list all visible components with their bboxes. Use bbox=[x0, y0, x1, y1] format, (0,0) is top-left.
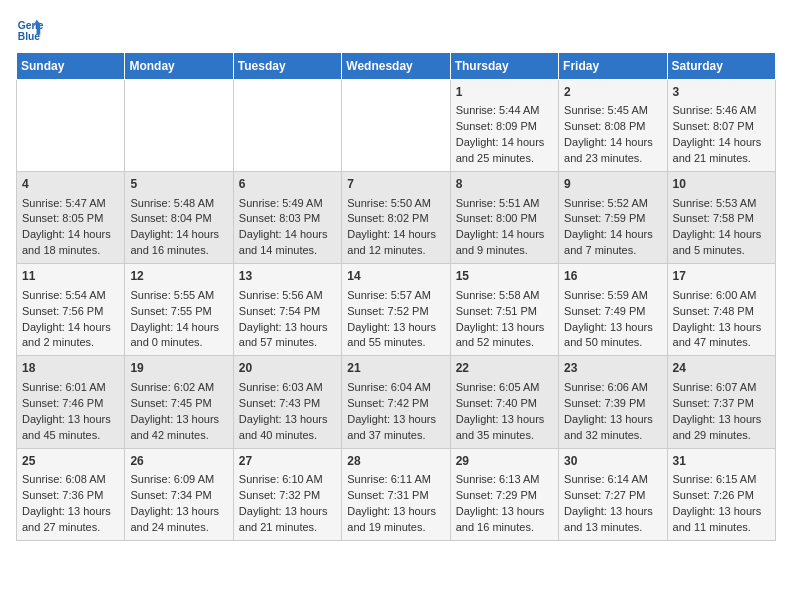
day-info: and 23 minutes. bbox=[564, 151, 661, 167]
day-number: 1 bbox=[456, 84, 553, 101]
day-info: and 19 minutes. bbox=[347, 520, 444, 536]
day-info: Daylight: 14 hours bbox=[239, 227, 336, 243]
calendar-cell: 4Sunrise: 5:47 AMSunset: 8:05 PMDaylight… bbox=[17, 172, 125, 264]
day-info: Daylight: 13 hours bbox=[22, 412, 119, 428]
day-info: and 12 minutes. bbox=[347, 243, 444, 259]
day-info: and 2 minutes. bbox=[22, 335, 119, 351]
calendar-cell: 26Sunrise: 6:09 AMSunset: 7:34 PMDayligh… bbox=[125, 448, 233, 540]
day-info: and 50 minutes. bbox=[564, 335, 661, 351]
day-info: Sunset: 8:00 PM bbox=[456, 211, 553, 227]
calendar-week-row: 4Sunrise: 5:47 AMSunset: 8:05 PMDaylight… bbox=[17, 172, 776, 264]
day-info: and 29 minutes. bbox=[673, 428, 770, 444]
day-info: Daylight: 13 hours bbox=[456, 320, 553, 336]
column-header-friday: Friday bbox=[559, 53, 667, 80]
day-number: 9 bbox=[564, 176, 661, 193]
day-info: Daylight: 13 hours bbox=[239, 504, 336, 520]
day-info: and 9 minutes. bbox=[456, 243, 553, 259]
day-info: Sunrise: 6:01 AM bbox=[22, 380, 119, 396]
day-info: Daylight: 14 hours bbox=[456, 135, 553, 151]
day-info: and 55 minutes. bbox=[347, 335, 444, 351]
day-info: Sunrise: 5:56 AM bbox=[239, 288, 336, 304]
day-info: Sunrise: 5:57 AM bbox=[347, 288, 444, 304]
day-info: Sunrise: 5:44 AM bbox=[456, 103, 553, 119]
day-info: Sunset: 7:48 PM bbox=[673, 304, 770, 320]
day-info: Daylight: 13 hours bbox=[130, 504, 227, 520]
calendar-cell: 5Sunrise: 5:48 AMSunset: 8:04 PMDaylight… bbox=[125, 172, 233, 264]
day-info: Sunset: 7:46 PM bbox=[22, 396, 119, 412]
day-number: 22 bbox=[456, 360, 553, 377]
day-info: Sunset: 7:54 PM bbox=[239, 304, 336, 320]
day-info: Daylight: 13 hours bbox=[22, 504, 119, 520]
day-info: Sunrise: 6:15 AM bbox=[673, 472, 770, 488]
calendar-cell: 6Sunrise: 5:49 AMSunset: 8:03 PMDaylight… bbox=[233, 172, 341, 264]
day-info: Sunset: 7:36 PM bbox=[22, 488, 119, 504]
day-info: Daylight: 13 hours bbox=[239, 412, 336, 428]
day-info: and 21 minutes. bbox=[239, 520, 336, 536]
calendar-cell: 31Sunrise: 6:15 AMSunset: 7:26 PMDayligh… bbox=[667, 448, 775, 540]
day-info: and 47 minutes. bbox=[673, 335, 770, 351]
calendar-cell: 23Sunrise: 6:06 AMSunset: 7:39 PMDayligh… bbox=[559, 356, 667, 448]
column-header-sunday: Sunday bbox=[17, 53, 125, 80]
day-info: and 7 minutes. bbox=[564, 243, 661, 259]
day-info: Sunset: 7:42 PM bbox=[347, 396, 444, 412]
day-info: and 24 minutes. bbox=[130, 520, 227, 536]
day-number: 21 bbox=[347, 360, 444, 377]
day-info: Sunrise: 5:55 AM bbox=[130, 288, 227, 304]
day-info: Daylight: 14 hours bbox=[673, 135, 770, 151]
day-number: 20 bbox=[239, 360, 336, 377]
calendar-cell: 3Sunrise: 5:46 AMSunset: 8:07 PMDaylight… bbox=[667, 80, 775, 172]
day-info: Sunrise: 6:11 AM bbox=[347, 472, 444, 488]
day-info: Sunset: 7:49 PM bbox=[564, 304, 661, 320]
day-number: 31 bbox=[673, 453, 770, 470]
day-number: 29 bbox=[456, 453, 553, 470]
calendar-cell bbox=[342, 80, 450, 172]
day-info: and 11 minutes. bbox=[673, 520, 770, 536]
calendar-cell: 14Sunrise: 5:57 AMSunset: 7:52 PMDayligh… bbox=[342, 264, 450, 356]
day-number: 15 bbox=[456, 268, 553, 285]
day-info: Sunrise: 6:03 AM bbox=[239, 380, 336, 396]
day-info: Sunrise: 5:54 AM bbox=[22, 288, 119, 304]
calendar-week-row: 25Sunrise: 6:08 AMSunset: 7:36 PMDayligh… bbox=[17, 448, 776, 540]
calendar-cell: 21Sunrise: 6:04 AMSunset: 7:42 PMDayligh… bbox=[342, 356, 450, 448]
column-header-wednesday: Wednesday bbox=[342, 53, 450, 80]
column-header-tuesday: Tuesday bbox=[233, 53, 341, 80]
day-info: and 21 minutes. bbox=[673, 151, 770, 167]
calendar-cell bbox=[233, 80, 341, 172]
day-info: Daylight: 14 hours bbox=[22, 320, 119, 336]
day-info: Sunrise: 6:08 AM bbox=[22, 472, 119, 488]
day-info: and 0 minutes. bbox=[130, 335, 227, 351]
day-info: Sunrise: 5:50 AM bbox=[347, 196, 444, 212]
calendar-cell: 19Sunrise: 6:02 AMSunset: 7:45 PMDayligh… bbox=[125, 356, 233, 448]
day-info: Sunset: 7:58 PM bbox=[673, 211, 770, 227]
day-info: Sunrise: 5:53 AM bbox=[673, 196, 770, 212]
day-info: Sunrise: 6:14 AM bbox=[564, 472, 661, 488]
day-info: Sunset: 7:31 PM bbox=[347, 488, 444, 504]
day-info: Daylight: 13 hours bbox=[456, 412, 553, 428]
day-number: 6 bbox=[239, 176, 336, 193]
day-info: Daylight: 14 hours bbox=[564, 227, 661, 243]
day-info: Sunrise: 5:51 AM bbox=[456, 196, 553, 212]
day-info: Sunset: 8:09 PM bbox=[456, 119, 553, 135]
column-header-thursday: Thursday bbox=[450, 53, 558, 80]
logo-icon: General Blue bbox=[16, 16, 44, 44]
day-info: Daylight: 13 hours bbox=[673, 320, 770, 336]
calendar-cell: 11Sunrise: 5:54 AMSunset: 7:56 PMDayligh… bbox=[17, 264, 125, 356]
day-info: Sunset: 7:37 PM bbox=[673, 396, 770, 412]
calendar-cell: 12Sunrise: 5:55 AMSunset: 7:55 PMDayligh… bbox=[125, 264, 233, 356]
day-info: Sunset: 7:52 PM bbox=[347, 304, 444, 320]
day-info: and 13 minutes. bbox=[564, 520, 661, 536]
day-info: and 16 minutes. bbox=[456, 520, 553, 536]
day-info: Sunset: 8:08 PM bbox=[564, 119, 661, 135]
day-info: Sunset: 7:29 PM bbox=[456, 488, 553, 504]
calendar-cell: 27Sunrise: 6:10 AMSunset: 7:32 PMDayligh… bbox=[233, 448, 341, 540]
calendar-week-row: 1Sunrise: 5:44 AMSunset: 8:09 PMDaylight… bbox=[17, 80, 776, 172]
day-info: Sunset: 7:55 PM bbox=[130, 304, 227, 320]
day-number: 2 bbox=[564, 84, 661, 101]
day-info: Sunrise: 5:59 AM bbox=[564, 288, 661, 304]
day-info: Daylight: 14 hours bbox=[456, 227, 553, 243]
day-info: Daylight: 13 hours bbox=[673, 504, 770, 520]
day-number: 5 bbox=[130, 176, 227, 193]
day-info: Sunset: 8:03 PM bbox=[239, 211, 336, 227]
day-info: Sunset: 7:43 PM bbox=[239, 396, 336, 412]
calendar-cell: 18Sunrise: 6:01 AMSunset: 7:46 PMDayligh… bbox=[17, 356, 125, 448]
